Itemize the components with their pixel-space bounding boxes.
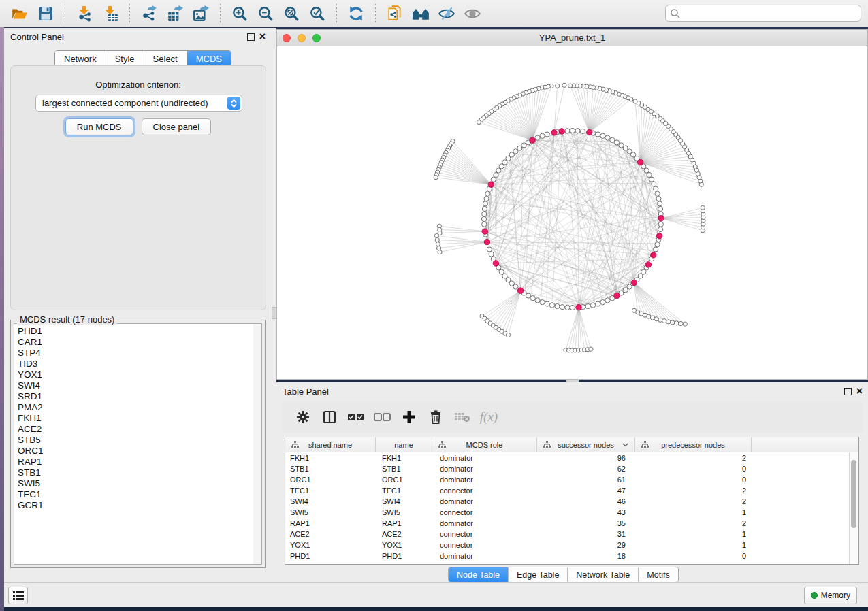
mcds-node-item[interactable]: RAP1: [18, 457, 253, 467]
table-row[interactable]: RAP1RAP1dominator352: [285, 518, 858, 529]
show-details-icon[interactable]: [462, 3, 483, 24]
mcds-node-item[interactable]: YOX1: [18, 369, 253, 380]
table-row[interactable]: SWI5SWI5connector431: [285, 507, 858, 518]
column-header-shared-name[interactable]: shared name: [285, 437, 376, 452]
table-row[interactable]: TEC1TEC1connector472: [285, 485, 858, 496]
column-header-predecessor-nodes[interactable]: predecessor nodes: [635, 437, 752, 452]
close-panel-icon[interactable]: ×: [856, 388, 863, 395]
table-cell: 46: [537, 497, 635, 506]
network-overview-icon[interactable]: [411, 3, 431, 24]
mcds-node-item[interactable]: TID3: [18, 359, 253, 369]
network-window-title: YPA_prune.txt_1: [277, 33, 867, 43]
table-cell: 2: [635, 454, 752, 462]
mcds-node-item[interactable]: SRD1: [18, 391, 253, 402]
function-builder-icon[interactable]: f(x): [477, 407, 500, 427]
mcds-node-item[interactable]: ORC1: [18, 446, 253, 457]
select-all-icon[interactable]: [344, 407, 368, 427]
zoom-selected-icon[interactable]: [307, 3, 327, 24]
table-cell: 31: [537, 530, 635, 538]
toolbar-separator: [220, 4, 221, 23]
toolbar-separator: [336, 4, 337, 23]
refresh-icon[interactable]: [346, 3, 366, 24]
delete-table-icon[interactable]: [451, 407, 474, 427]
close-panel-icon[interactable]: ×: [259, 33, 266, 40]
mcds-node-item[interactable]: STB5: [18, 435, 253, 446]
zoom-in-icon[interactable]: [229, 3, 250, 24]
tab-select[interactable]: Select: [144, 51, 187, 66]
export-table-icon[interactable]: [165, 3, 185, 24]
zoom-fit-icon[interactable]: [281, 3, 302, 24]
table-cell: dominator: [432, 552, 537, 560]
column-header-successor-nodes[interactable]: successor nodes: [537, 437, 635, 452]
table-scrollbar[interactable]: [849, 452, 858, 564]
float-window-icon[interactable]: [247, 33, 255, 41]
tab-network-table[interactable]: Network Table: [568, 567, 639, 582]
tab-motifs[interactable]: Motifs: [639, 567, 677, 582]
mcds-node-item[interactable]: STB1: [18, 467, 253, 478]
export-network-icon[interactable]: [139, 3, 159, 24]
mcds-node-list[interactable]: PHD1CAR1STP4TID3YOX1SWI4SRD1PMA2FKH1ACE2…: [14, 323, 254, 565]
float-window-icon[interactable]: [844, 388, 852, 395]
save-session-icon[interactable]: [35, 3, 56, 24]
table-row[interactable]: YOX1YOX1connector291: [285, 540, 858, 550]
mcds-node-item[interactable]: SWI5: [18, 478, 253, 489]
table-cell: STB1: [376, 465, 432, 473]
import-table-icon[interactable]: [100, 3, 120, 24]
tab-edge-table[interactable]: Edge Table: [509, 567, 568, 582]
vertical-splitter[interactable]: [271, 28, 276, 583]
network-window-titlebar[interactable]: YPA_prune.txt_1: [277, 30, 867, 46]
table-cell: SWI5: [376, 508, 432, 516]
table-cell: RAP1: [285, 519, 376, 527]
mcds-node-item[interactable]: SWI4: [18, 380, 253, 391]
tab-style[interactable]: Style: [106, 51, 144, 66]
delete-column-icon[interactable]: [424, 407, 447, 427]
task-history-button[interactable]: [8, 587, 28, 604]
search-input[interactable]: [681, 8, 856, 19]
network-canvas[interactable]: [277, 46, 867, 379]
add-column-icon[interactable]: [398, 407, 421, 427]
zoom-out-icon[interactable]: [255, 3, 276, 24]
table-row[interactable]: ORC1ORC1dominator610: [285, 474, 858, 485]
column-header-MCDS-role[interactable]: MCDS role: [432, 437, 537, 452]
tab-mcds[interactable]: MCDS: [187, 51, 231, 66]
table-cell: 0: [635, 476, 752, 484]
tab-network[interactable]: Network: [55, 51, 106, 66]
settings-gear-icon[interactable]: [291, 407, 315, 427]
open-file-icon[interactable]: [10, 3, 30, 24]
column-header-name[interactable]: name: [376, 437, 432, 452]
hide-details-icon[interactable]: [436, 3, 457, 24]
mcds-node-item[interactable]: PMA2: [18, 402, 253, 413]
mcds-node-item[interactable]: CAR1: [18, 337, 253, 348]
table-row[interactable]: ACE2ACE2connector311: [285, 529, 858, 540]
mcds-node-item[interactable]: ACE2: [18, 424, 253, 435]
run-mcds-button[interactable]: Run MCDS: [65, 118, 133, 135]
tab-node-table[interactable]: Node Table: [449, 567, 509, 582]
table-cell: STB1: [285, 465, 376, 473]
close-panel-button[interactable]: Close panel: [142, 118, 212, 135]
memory-button[interactable]: Memory: [804, 587, 857, 604]
export-image-icon[interactable]: [191, 3, 211, 24]
table-panel-title: Table Panel: [283, 386, 329, 397]
criterion-select[interactable]: largest connected component (undirected): [35, 95, 242, 112]
mcds-node-item[interactable]: STP4: [18, 348, 253, 359]
global-search[interactable]: [665, 5, 861, 22]
deselect-all-icon[interactable]: [371, 407, 394, 427]
mcds-list-scrollbar[interactable]: [253, 323, 262, 565]
mcds-node-item[interactable]: FKH1: [18, 413, 253, 424]
table-cell: PHD1: [285, 552, 376, 560]
table-cell: dominator: [432, 454, 537, 462]
table-row[interactable]: FKH1FKH1dominator962: [285, 452, 858, 463]
mcds-node-item[interactable]: TEC1: [18, 489, 253, 500]
import-network-icon[interactable]: [74, 3, 95, 24]
mcds-node-item[interactable]: GCR1: [18, 500, 253, 511]
table-scrollbar-thumb[interactable]: [851, 460, 856, 528]
copy-network-icon[interactable]: [385, 3, 405, 24]
table-cell: FKH1: [376, 454, 432, 462]
table-row[interactable]: SWI4SWI4dominator462: [285, 496, 858, 507]
table-body: FKH1FKH1dominator962STB1STB1dominator620…: [285, 452, 858, 561]
table-row[interactable]: STB1STB1dominator620: [285, 463, 858, 474]
mcds-node-item[interactable]: PHD1: [18, 326, 253, 337]
table-cell: TEC1: [285, 486, 376, 495]
table-row[interactable]: PHD1PHD1dominator180: [285, 550, 858, 561]
show-columns-icon[interactable]: [318, 407, 341, 427]
